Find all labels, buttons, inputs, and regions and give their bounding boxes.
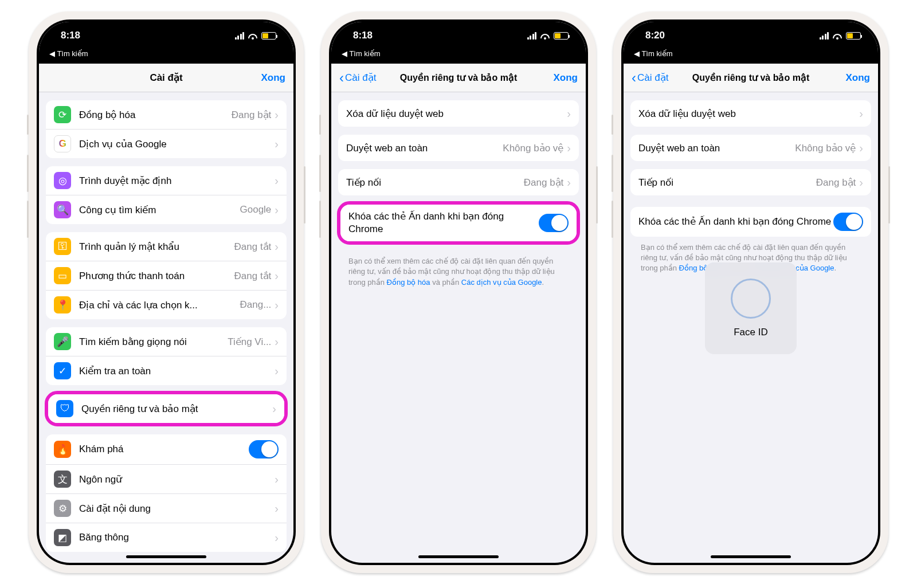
wifi-icon xyxy=(540,32,550,40)
row-safety-check[interactable]: ✓Kiểm tra an toàn› xyxy=(46,356,287,385)
key-icon: ⚿ xyxy=(54,238,71,255)
chevron-right-icon: › xyxy=(275,299,279,312)
chevron-right-icon: › xyxy=(275,335,279,348)
chevron-right-icon: › xyxy=(275,108,279,121)
chevron-right-icon: › xyxy=(275,364,279,378)
phone-frame-3: 8:20 ◀ Tìm kiếm ‹Cài đặt Quyền riêng tư … xyxy=(613,11,888,573)
page-title: Quyền riêng tư và bảo mật xyxy=(400,72,517,83)
lock-incognito-toggle[interactable] xyxy=(539,214,569,232)
battery-icon xyxy=(554,32,569,40)
language-icon: 文 xyxy=(54,471,71,488)
fire-icon: 🔥 xyxy=(54,441,71,458)
bandwidth-icon: ◩ xyxy=(54,529,71,546)
chevron-right-icon: › xyxy=(275,138,279,151)
row-clear-browsing-data[interactable]: Xóa dữ liệu duyệt web› xyxy=(630,100,871,127)
shield-check-icon: ✓ xyxy=(54,362,71,379)
notch xyxy=(401,22,516,39)
wifi-icon xyxy=(832,32,842,40)
home-indicator[interactable] xyxy=(126,555,206,558)
row-privacy-security[interactable]: 🛡Quyền riêng tư và bảo mật› xyxy=(48,394,284,423)
faceid-icon xyxy=(731,279,771,319)
home-indicator[interactable] xyxy=(418,555,499,558)
battery-icon xyxy=(261,32,276,40)
faceid-label: Face ID xyxy=(734,327,768,338)
wifi-icon xyxy=(248,32,258,40)
link-google-services[interactable]: Các dịch vụ của Google xyxy=(461,278,542,287)
done-button[interactable]: Xong xyxy=(846,72,871,84)
phone-frame-2: 8:18 ◀ Tìm kiếm ‹Cài đặt Quyền riêng tư … xyxy=(321,11,596,573)
chevron-right-icon: › xyxy=(275,203,279,217)
notch xyxy=(693,22,808,39)
google-icon: G xyxy=(54,135,71,152)
faceid-prompt: Face ID xyxy=(705,262,797,354)
page-title: Quyền riêng tư và bảo mật xyxy=(692,72,809,83)
row-payment-methods[interactable]: ▭Phương thức thanh toánĐang tắt› xyxy=(46,261,287,291)
signal-icon xyxy=(235,32,245,40)
row-handoff[interactable]: Tiếp nốiĐang bật› xyxy=(630,169,871,195)
home-indicator[interactable] xyxy=(711,555,791,558)
row-lock-incognito[interactable]: Khóa các thẻ Ẩn danh khi bạn đóng Chrome xyxy=(340,205,577,241)
back-to-search[interactable]: ◀ Tìm kiếm xyxy=(39,49,293,64)
header: Cài đặt Xong xyxy=(39,64,293,92)
mic-icon: 🎤 xyxy=(54,333,71,350)
notch xyxy=(109,22,224,39)
chevron-right-icon: › xyxy=(275,531,279,544)
battery-icon xyxy=(846,32,861,40)
row-search-engine[interactable]: 🔍Công cụ tìm kiếmGoogle› xyxy=(46,195,287,224)
row-google-services[interactable]: GDịch vụ của Google› xyxy=(46,130,287,158)
status-time: 8:18 xyxy=(353,30,373,41)
highlight-lock-incognito: Khóa các thẻ Ẩn danh khi bạn đóng Chrome xyxy=(337,201,580,245)
row-safe-browsing[interactable]: Duyệt web an toànKhông bảo vệ› xyxy=(338,135,579,161)
link-sync[interactable]: Đồng bộ hóa xyxy=(387,278,430,287)
chevron-right-icon: › xyxy=(859,176,863,189)
chevron-right-icon: › xyxy=(275,473,279,486)
done-button[interactable]: Xong xyxy=(554,72,578,84)
chevron-right-icon: › xyxy=(275,240,279,253)
discover-toggle[interactable] xyxy=(249,440,279,458)
row-handoff[interactable]: Tiếp nốiĐang bật› xyxy=(338,169,579,195)
status-time: 8:18 xyxy=(61,30,80,41)
chevron-right-icon: › xyxy=(272,402,276,415)
row-safe-browsing[interactable]: Duyệt web an toànKhông bảo vệ› xyxy=(630,135,871,161)
sync-icon: ⟳ xyxy=(54,106,71,123)
chevron-right-icon: › xyxy=(275,174,279,187)
chevron-left-icon: ‹ xyxy=(339,70,344,86)
chevron-right-icon: › xyxy=(859,107,863,120)
chevron-right-icon: › xyxy=(275,269,279,283)
signal-icon xyxy=(820,32,829,40)
chevron-right-icon: › xyxy=(275,502,279,515)
chevron-right-icon: › xyxy=(567,176,571,189)
lock-incognito-toggle[interactable] xyxy=(833,213,863,231)
search-icon: 🔍 xyxy=(54,201,71,218)
chevron-left-icon: ‹ xyxy=(632,70,636,86)
row-lock-incognito[interactable]: Khóa các thẻ Ẩn danh khi bạn đóng Chrome xyxy=(630,207,871,237)
row-clear-browsing-data[interactable]: Xóa dữ liệu duyệt web› xyxy=(338,100,579,127)
highlight-privacy: 🛡Quyền riêng tư và bảo mật› xyxy=(45,391,288,426)
browser-icon: ◎ xyxy=(54,172,71,189)
row-addresses[interactable]: 📍Địa chỉ và các lựa chọn k...Đang...› xyxy=(46,291,287,319)
page-title: Cài đặt xyxy=(150,72,182,84)
row-default-browser[interactable]: ◎Trình duyệt mặc định› xyxy=(46,166,287,195)
footer-text: Bạn có thể xem thêm các chế độ cài đặt l… xyxy=(338,250,579,293)
row-discover[interactable]: 🔥Khám phá xyxy=(46,434,287,465)
chevron-right-icon: › xyxy=(567,107,571,120)
row-password-manager[interactable]: ⚿Trình quản lý mật khẩuĐang tắt› xyxy=(46,232,287,261)
row-content-settings[interactable]: ⚙Cài đặt nội dung› xyxy=(46,494,287,523)
row-language[interactable]: 文Ngôn ngữ› xyxy=(46,465,287,494)
header: ‹Cài đặt Quyền riêng tư và bảo mật Xong xyxy=(331,64,586,92)
payment-icon: ▭ xyxy=(54,267,71,284)
row-sync[interactable]: ⟳Đồng bộ hóaĐang bật› xyxy=(46,100,287,130)
chevron-right-icon: › xyxy=(567,142,571,155)
row-bandwidth[interactable]: ◩Băng thông› xyxy=(46,523,287,552)
phone-frame-1: 8:18 ◀ Tìm kiếm Cài đặt Xong ⟳Đồng bộ hó… xyxy=(29,11,304,573)
back-button[interactable]: ‹Cài đặt xyxy=(632,70,668,86)
signal-icon xyxy=(527,32,537,40)
gear-icon: ⚙ xyxy=(54,500,71,517)
done-button[interactable]: Xong xyxy=(261,72,286,84)
chevron-right-icon: › xyxy=(859,142,863,155)
back-button[interactable]: ‹Cài đặt xyxy=(339,70,376,86)
shield-icon: 🛡 xyxy=(56,400,73,417)
back-to-search[interactable]: ◀ Tìm kiếm xyxy=(624,49,878,64)
row-voice-search[interactable]: 🎤Tìm kiếm bằng giọng nóiTiếng Vi...› xyxy=(46,327,287,356)
back-to-search[interactable]: ◀ Tìm kiếm xyxy=(331,49,586,64)
